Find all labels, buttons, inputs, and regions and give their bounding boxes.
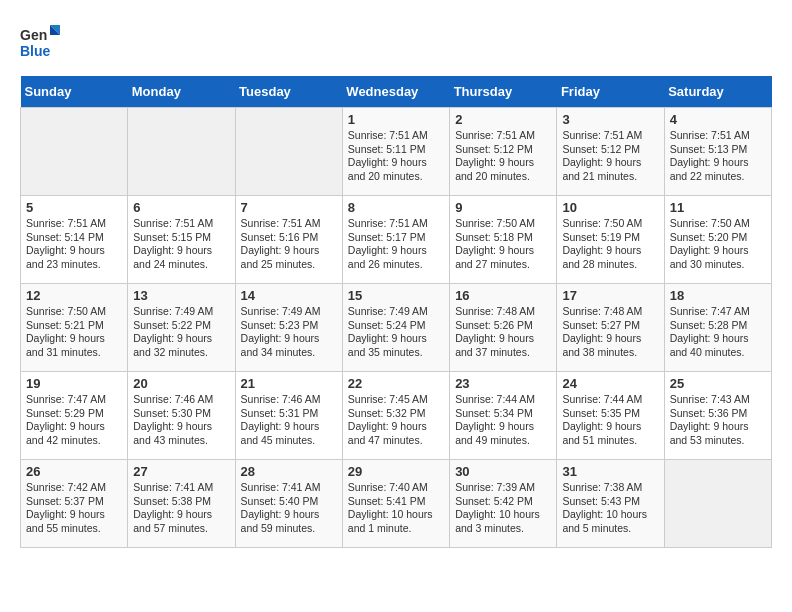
cell-content: Sunset: 5:27 PM <box>562 319 658 333</box>
cell-content: Daylight: 9 hours <box>26 420 122 434</box>
cell-content: Sunrise: 7:47 AM <box>670 305 766 319</box>
day-number: 9 <box>455 200 551 215</box>
calendar-cell: 5Sunrise: 7:51 AMSunset: 5:14 PMDaylight… <box>21 196 128 284</box>
cell-content: and 59 minutes. <box>241 522 337 536</box>
day-number: 22 <box>348 376 444 391</box>
cell-content: and 28 minutes. <box>562 258 658 272</box>
calendar-cell: 6Sunrise: 7:51 AMSunset: 5:15 PMDaylight… <box>128 196 235 284</box>
day-number: 5 <box>26 200 122 215</box>
cell-content: Sunset: 5:17 PM <box>348 231 444 245</box>
cell-content: Sunset: 5:14 PM <box>26 231 122 245</box>
cell-content: Sunset: 5:31 PM <box>241 407 337 421</box>
calendar-header-row: SundayMondayTuesdayWednesdayThursdayFrid… <box>21 76 772 108</box>
cell-content: Sunset: 5:37 PM <box>26 495 122 509</box>
cell-content: Sunset: 5:30 PM <box>133 407 229 421</box>
cell-content: Daylight: 9 hours <box>455 244 551 258</box>
cell-content: Sunrise: 7:50 AM <box>455 217 551 231</box>
cell-content: Daylight: 9 hours <box>670 332 766 346</box>
cell-content: Sunset: 5:29 PM <box>26 407 122 421</box>
day-number: 2 <box>455 112 551 127</box>
cell-content: and 3 minutes. <box>455 522 551 536</box>
cell-content: Sunrise: 7:46 AM <box>133 393 229 407</box>
cell-content: Sunrise: 7:51 AM <box>348 217 444 231</box>
cell-content: and 20 minutes. <box>455 170 551 184</box>
cell-content: Sunrise: 7:44 AM <box>455 393 551 407</box>
day-number: 3 <box>562 112 658 127</box>
calendar-cell: 2Sunrise: 7:51 AMSunset: 5:12 PMDaylight… <box>450 108 557 196</box>
cell-content: and 49 minutes. <box>455 434 551 448</box>
calendar-table: SundayMondayTuesdayWednesdayThursdayFrid… <box>20 76 772 548</box>
day-number: 30 <box>455 464 551 479</box>
calendar-cell: 31Sunrise: 7:38 AMSunset: 5:43 PMDayligh… <box>557 460 664 548</box>
calendar-cell <box>128 108 235 196</box>
weekday-header-sunday: Sunday <box>21 76 128 108</box>
day-number: 8 <box>348 200 444 215</box>
cell-content: Sunrise: 7:51 AM <box>348 129 444 143</box>
cell-content: Daylight: 9 hours <box>241 244 337 258</box>
day-number: 18 <box>670 288 766 303</box>
cell-content: and 35 minutes. <box>348 346 444 360</box>
calendar-week-5: 26Sunrise: 7:42 AMSunset: 5:37 PMDayligh… <box>21 460 772 548</box>
cell-content: and 53 minutes. <box>670 434 766 448</box>
cell-content: and 57 minutes. <box>133 522 229 536</box>
cell-content: Sunset: 5:26 PM <box>455 319 551 333</box>
calendar-cell: 19Sunrise: 7:47 AMSunset: 5:29 PMDayligh… <box>21 372 128 460</box>
cell-content: Sunset: 5:43 PM <box>562 495 658 509</box>
cell-content: Sunrise: 7:49 AM <box>348 305 444 319</box>
cell-content: Sunset: 5:24 PM <box>348 319 444 333</box>
cell-content: and 1 minute. <box>348 522 444 536</box>
svg-text:Gen: Gen <box>20 27 47 43</box>
weekday-header-thursday: Thursday <box>450 76 557 108</box>
cell-content: and 45 minutes. <box>241 434 337 448</box>
cell-content: Sunset: 5:34 PM <box>455 407 551 421</box>
cell-content: Sunrise: 7:46 AM <box>241 393 337 407</box>
calendar-cell: 25Sunrise: 7:43 AMSunset: 5:36 PMDayligh… <box>664 372 771 460</box>
calendar-cell: 4Sunrise: 7:51 AMSunset: 5:13 PMDaylight… <box>664 108 771 196</box>
cell-content: and 40 minutes. <box>670 346 766 360</box>
cell-content: and 26 minutes. <box>348 258 444 272</box>
day-number: 28 <box>241 464 337 479</box>
day-number: 6 <box>133 200 229 215</box>
day-number: 7 <box>241 200 337 215</box>
cell-content: Sunset: 5:18 PM <box>455 231 551 245</box>
day-number: 25 <box>670 376 766 391</box>
weekday-header-friday: Friday <box>557 76 664 108</box>
cell-content: and 5 minutes. <box>562 522 658 536</box>
cell-content: Daylight: 9 hours <box>133 332 229 346</box>
calendar-cell: 22Sunrise: 7:45 AMSunset: 5:32 PMDayligh… <box>342 372 449 460</box>
day-number: 29 <box>348 464 444 479</box>
day-number: 17 <box>562 288 658 303</box>
day-number: 12 <box>26 288 122 303</box>
cell-content: and 38 minutes. <box>562 346 658 360</box>
cell-content: Daylight: 9 hours <box>455 332 551 346</box>
cell-content: Sunrise: 7:47 AM <box>26 393 122 407</box>
calendar-cell: 24Sunrise: 7:44 AMSunset: 5:35 PMDayligh… <box>557 372 664 460</box>
calendar-cell: 16Sunrise: 7:48 AMSunset: 5:26 PMDayligh… <box>450 284 557 372</box>
calendar-cell: 23Sunrise: 7:44 AMSunset: 5:34 PMDayligh… <box>450 372 557 460</box>
day-number: 15 <box>348 288 444 303</box>
cell-content: Sunrise: 7:40 AM <box>348 481 444 495</box>
cell-content: and 21 minutes. <box>562 170 658 184</box>
cell-content: Sunrise: 7:50 AM <box>670 217 766 231</box>
calendar-cell: 30Sunrise: 7:39 AMSunset: 5:42 PMDayligh… <box>450 460 557 548</box>
calendar-cell: 1Sunrise: 7:51 AMSunset: 5:11 PMDaylight… <box>342 108 449 196</box>
cell-content: Sunrise: 7:51 AM <box>670 129 766 143</box>
cell-content: Daylight: 9 hours <box>670 156 766 170</box>
calendar-cell: 11Sunrise: 7:50 AMSunset: 5:20 PMDayligh… <box>664 196 771 284</box>
cell-content: Daylight: 9 hours <box>562 244 658 258</box>
day-number: 11 <box>670 200 766 215</box>
cell-content: Sunrise: 7:41 AM <box>133 481 229 495</box>
calendar-cell: 15Sunrise: 7:49 AMSunset: 5:24 PMDayligh… <box>342 284 449 372</box>
day-number: 19 <box>26 376 122 391</box>
calendar-cell: 13Sunrise: 7:49 AMSunset: 5:22 PMDayligh… <box>128 284 235 372</box>
cell-content: Sunset: 5:36 PM <box>670 407 766 421</box>
day-number: 31 <box>562 464 658 479</box>
calendar-cell: 9Sunrise: 7:50 AMSunset: 5:18 PMDaylight… <box>450 196 557 284</box>
cell-content: Sunrise: 7:43 AM <box>670 393 766 407</box>
cell-content: and 34 minutes. <box>241 346 337 360</box>
cell-content: Sunrise: 7:49 AM <box>241 305 337 319</box>
cell-content: Daylight: 9 hours <box>670 420 766 434</box>
calendar-cell: 21Sunrise: 7:46 AMSunset: 5:31 PMDayligh… <box>235 372 342 460</box>
cell-content: Sunset: 5:15 PM <box>133 231 229 245</box>
calendar-cell <box>664 460 771 548</box>
